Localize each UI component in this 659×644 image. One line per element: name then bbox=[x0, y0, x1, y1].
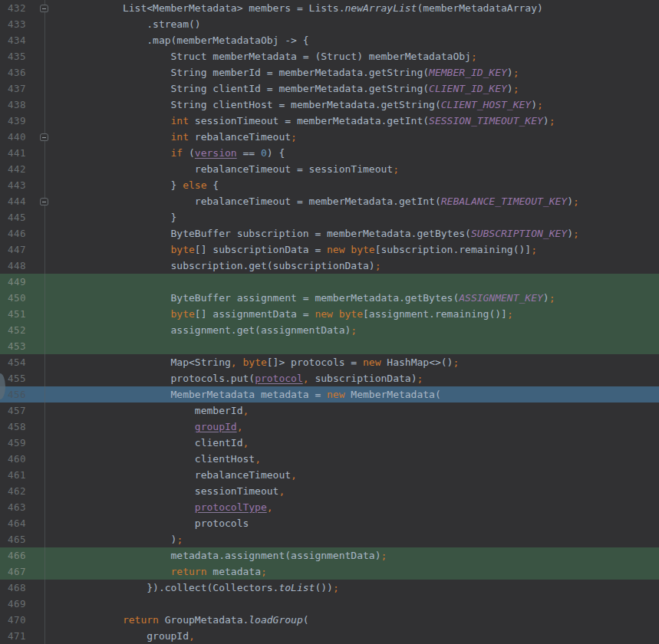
gutter-line-454[interactable]: 454 bbox=[0, 354, 44, 370]
code-line-466[interactable]: 466 metadata.assignment(assignmentData); bbox=[0, 547, 659, 564]
code-line-435[interactable]: 435 Struct memberMetadata = (Struct) mem… bbox=[0, 48, 659, 64]
gutter-line-442[interactable]: 442 bbox=[0, 161, 44, 177]
gutter-line-465[interactable]: 465 bbox=[0, 531, 44, 547]
code-text: byte[] subscriptionData = new byte[subsc… bbox=[44, 242, 537, 258]
code-line-459[interactable]: 459 clientId, bbox=[0, 435, 659, 451]
code-line-446[interactable]: 446 ByteBuffer subscription = memberMeta… bbox=[0, 225, 659, 242]
gutter-line-433[interactable]: 433 bbox=[0, 16, 44, 32]
code-text: assignment.get(assignmentData); bbox=[44, 322, 357, 338]
code-line-437[interactable]: 437 String clientId = memberMetadata.get… bbox=[0, 80, 659, 97]
gutter-line-441[interactable]: 441 bbox=[0, 145, 44, 161]
gutter-line-447[interactable]: 447 bbox=[0, 242, 44, 258]
gutter-line-432[interactable]: 432 bbox=[0, 0, 44, 16]
gutter-line-455[interactable]: 455 bbox=[0, 370, 44, 386]
gutter-line-450[interactable]: 450 bbox=[0, 290, 44, 306]
line-number: 439 bbox=[0, 113, 26, 129]
gutter-line-451[interactable]: 451 bbox=[0, 306, 44, 322]
line-number: 434 bbox=[0, 32, 26, 48]
code-line-468[interactable]: 468 }).collect(Collectors.toList()); bbox=[0, 580, 659, 596]
gutter-line-471[interactable]: 471 bbox=[0, 628, 44, 644]
code-text: rebalanceTimeout = memberMetadata.getInt… bbox=[44, 193, 579, 209]
code-line-471[interactable]: 471 groupId, bbox=[0, 628, 659, 644]
gutter-line-467[interactable]: 467 bbox=[0, 564, 44, 580]
code-line-454[interactable]: 454 Map<String, byte[]> protocols = new … bbox=[0, 354, 659, 370]
line-number: 433 bbox=[0, 16, 26, 32]
code-text: int sessionTimeout = memberMetadata.getI… bbox=[44, 113, 555, 129]
gutter-line-457[interactable]: 457 bbox=[0, 402, 44, 419]
code-line-457[interactable]: 457 memberId, bbox=[0, 402, 659, 419]
gutter-line-448[interactable]: 448 bbox=[0, 258, 44, 274]
code-line-436[interactable]: 436 String memberId = memberMetadata.get… bbox=[0, 64, 659, 80]
gutter-line-470[interactable]: 470 bbox=[0, 612, 44, 628]
gutter-line-435[interactable]: 435 bbox=[0, 48, 44, 64]
line-number: 450 bbox=[0, 290, 26, 306]
gutter-line-452[interactable]: 452 bbox=[0, 322, 44, 338]
gutter-line-464[interactable]: 464 bbox=[0, 515, 44, 531]
code-line-444[interactable]: 444 rebalanceTimeout = memberMetadata.ge… bbox=[0, 193, 659, 209]
gutter-line-449[interactable]: 449 bbox=[0, 274, 44, 290]
gutter-line-469[interactable]: 469 bbox=[0, 596, 44, 612]
gutter-line-438[interactable]: 438 bbox=[0, 97, 44, 113]
code-line-438[interactable]: 438 String clientHost = memberMetadata.g… bbox=[0, 97, 659, 113]
code-line-453[interactable]: 453 bbox=[0, 338, 659, 354]
code-line-456[interactable]: 456 MemberMetadata metadata = new Member… bbox=[0, 386, 659, 402]
gutter-line-466[interactable]: 466 bbox=[0, 547, 44, 564]
gutter-line-443[interactable]: 443 bbox=[0, 177, 44, 193]
gutter-line-460[interactable]: 460 bbox=[0, 451, 44, 467]
line-number: 453 bbox=[0, 338, 26, 354]
code-line-445[interactable]: 445 } bbox=[0, 209, 659, 225]
fold-collapse-icon[interactable] bbox=[40, 133, 48, 141]
code-line-434[interactable]: 434 .map(memberMetadataObj -> { bbox=[0, 32, 659, 48]
code-line-460[interactable]: 460 clientHost, bbox=[0, 451, 659, 467]
code-line-462[interactable]: 462 sessionTimeout, bbox=[0, 483, 659, 499]
code-line-442[interactable]: 442 rebalanceTimeout = sessionTimeout; bbox=[0, 161, 659, 177]
line-number: 458 bbox=[0, 419, 26, 435]
gutter-line-468[interactable]: 468 bbox=[0, 580, 44, 596]
gutter-line-459[interactable]: 459 bbox=[0, 435, 44, 451]
gutter-line-458[interactable]: 458 bbox=[0, 419, 44, 435]
line-number: 436 bbox=[0, 64, 26, 80]
line-number: 449 bbox=[0, 274, 26, 290]
code-line-463[interactable]: 463 protocolType, bbox=[0, 499, 659, 515]
gutter-line-462[interactable]: 462 bbox=[0, 483, 44, 499]
gutter-line-453[interactable]: 453 bbox=[0, 338, 44, 354]
code-line-451[interactable]: 451 byte[] assignmentData = new byte[ass… bbox=[0, 306, 659, 322]
code-line-443[interactable]: 443 } else { bbox=[0, 177, 659, 193]
code-line-449[interactable]: 449 bbox=[0, 274, 659, 290]
code-line-470[interactable]: 470 return GroupMetadata.loadGroup( bbox=[0, 612, 659, 628]
code-line-450[interactable]: 450 ByteBuffer assignment = memberMetada… bbox=[0, 290, 659, 306]
code-line-464[interactable]: 464 protocols bbox=[0, 515, 659, 531]
gutter-line-439[interactable]: 439 bbox=[0, 113, 44, 129]
code-line-458[interactable]: 458 groupId, bbox=[0, 419, 659, 435]
code-line-440[interactable]: 440 int rebalanceTimeout; bbox=[0, 129, 659, 145]
gutter-line-440[interactable]: 440 bbox=[0, 129, 44, 145]
code-line-439[interactable]: 439 int sessionTimeout = memberMetadata.… bbox=[0, 113, 659, 129]
code-line-433[interactable]: 433 .stream() bbox=[0, 16, 659, 32]
code-line-465[interactable]: 465 ); bbox=[0, 531, 659, 547]
line-number: 442 bbox=[0, 161, 26, 177]
code-line-448[interactable]: 448 subscription.get(subscriptionData); bbox=[0, 258, 659, 274]
gutter-line-445[interactable]: 445 bbox=[0, 209, 44, 225]
code-line-452[interactable]: 452 assignment.get(assignmentData); bbox=[0, 322, 659, 338]
code-line-467[interactable]: 467 return metadata; bbox=[0, 564, 659, 580]
gutter-line-444[interactable]: 444 bbox=[0, 193, 44, 209]
code-line-432[interactable]: 432 List<MemberMetadata> members = Lists… bbox=[0, 0, 659, 16]
gutter-line-446[interactable]: 446 bbox=[0, 225, 44, 242]
code-text: String clientHost = memberMetadata.getSt… bbox=[44, 97, 543, 113]
gutter-line-456[interactable]: 456 bbox=[0, 386, 44, 402]
code-line-469[interactable]: 469 bbox=[0, 596, 659, 612]
code-line-441[interactable]: 441 if (version == 0) { bbox=[0, 145, 659, 161]
fold-collapse-icon[interactable] bbox=[40, 198, 48, 205]
code-line-447[interactable]: 447 byte[] subscriptionData = new byte[s… bbox=[0, 242, 659, 258]
code-line-455[interactable]: 455 protocols.put(protocol, subscription… bbox=[0, 370, 659, 386]
line-number: 440 bbox=[0, 129, 26, 145]
code-text: protocols bbox=[44, 515, 249, 531]
gutter-line-461[interactable]: 461 bbox=[0, 467, 44, 483]
gutter-line-434[interactable]: 434 bbox=[0, 32, 44, 48]
gutter-line-463[interactable]: 463 bbox=[0, 499, 44, 515]
code-text: rebalanceTimeout = sessionTimeout; bbox=[44, 161, 399, 177]
gutter-line-436[interactable]: 436 bbox=[0, 64, 44, 80]
gutter-line-437[interactable]: 437 bbox=[0, 80, 44, 97]
fold-collapse-icon[interactable] bbox=[40, 5, 48, 12]
code-line-461[interactable]: 461 rebalanceTimeout, bbox=[0, 467, 659, 483]
